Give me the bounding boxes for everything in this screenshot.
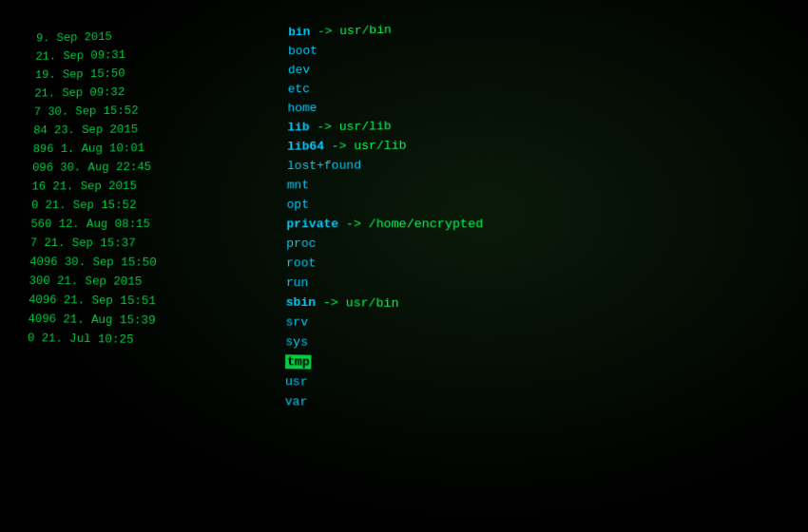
file-name-line: proc bbox=[286, 235, 808, 256]
file-names-column: bin -> usr/bin boot dev etc home lib -> … bbox=[277, 5, 808, 532]
file-info-column: 9. Sep 2015 21. Sep 09:31 19. Sep 15:50 … bbox=[15, 19, 280, 522]
file-name-line: lost+found bbox=[287, 153, 808, 176]
file-info-line: 096 30. Aug 22:45 bbox=[32, 158, 273, 178]
file-name-line: mnt bbox=[287, 173, 808, 195]
file-name-line: private -> /home/encrypted bbox=[286, 215, 808, 235]
file-info-line: 896 1. Aug 10:01 bbox=[32, 138, 273, 158]
terminal-window: 9. Sep 2015 21. Sep 09:31 19. Sep 15:50 … bbox=[0, 0, 808, 532]
file-info-line: 4096 30. Sep 15:50 bbox=[29, 254, 272, 274]
file-info-line: 16 21. Sep 2015 bbox=[31, 177, 272, 196]
file-info-line: 0 21. Sep 15:52 bbox=[31, 196, 273, 215]
terminal-content: 9. Sep 2015 21. Sep 09:31 19. Sep 15:50 … bbox=[15, 5, 808, 532]
file-info-line: 4096 21. Aug 15:39 bbox=[28, 311, 271, 332]
file-info-line: 21. Sep 09:32 bbox=[34, 81, 274, 103]
file-name-line: opt bbox=[287, 194, 808, 214]
file-info-line: 560 12. Aug 08:15 bbox=[30, 216, 272, 234]
file-info-line: 7 21. Sep 15:37 bbox=[30, 235, 272, 254]
file-info-line: 4096 21. Sep 15:51 bbox=[29, 291, 272, 312]
file-info-line: 0 21. Jul 10:25 bbox=[28, 330, 271, 352]
file-name-line: root bbox=[286, 255, 808, 276]
file-info-line: 84 23. Sep 2015 bbox=[33, 119, 273, 140]
file-info-line: 300 21. Sep 2015 bbox=[29, 272, 271, 292]
file-info-line: 7 30. Sep 15:52 bbox=[34, 100, 274, 121]
